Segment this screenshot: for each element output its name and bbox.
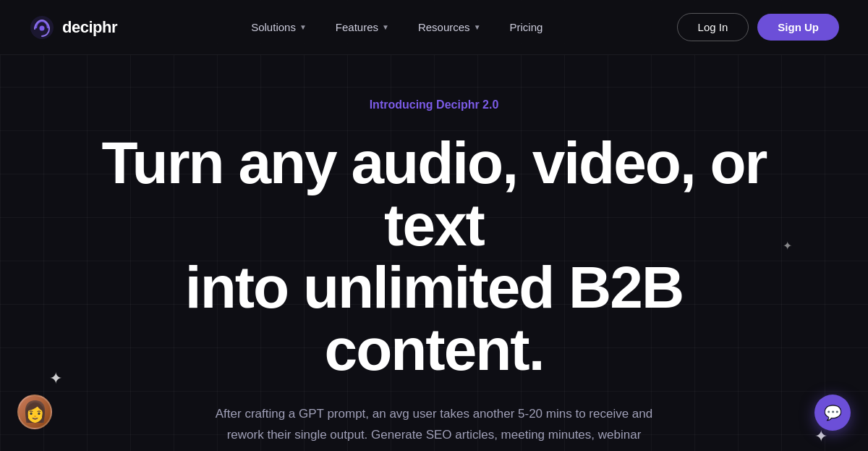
chevron-down-icon: ▼ [474, 23, 481, 31]
hero-tag: Introducing Deciphr 2.0 [370, 98, 499, 111]
navbar: deciphr Solutions ▼ Features ▼ Resources… [0, 0, 868, 55]
login-button[interactable]: Log In [677, 13, 749, 41]
nav-solutions[interactable]: Solutions ▼ [239, 15, 318, 39]
chevron-down-icon: ▼ [299, 23, 307, 31]
nav-links: Solutions ▼ Features ▼ Resources ▼ Prici… [239, 15, 554, 39]
svg-point-1 [40, 25, 45, 30]
nav-actions: Log In Sign Up [677, 13, 839, 41]
hero-subtitle: After crafting a GPT prompt, an avg user… [195, 404, 673, 451]
diamond-decoration-right: ✦ [814, 427, 827, 446]
hero-section: Introducing Deciphr 2.0 Turn any audio, … [0, 55, 868, 451]
logo[interactable]: deciphr [29, 14, 117, 41]
nav-resources[interactable]: Resources ▼ [407, 15, 493, 39]
nav-pricing[interactable]: Pricing [498, 15, 555, 39]
logo-text: deciphr [62, 18, 117, 37]
chat-button[interactable]: 💬 [814, 395, 851, 431]
diamond-decoration-left: ✦ [49, 369, 62, 388]
hero-title: Turn any audio, video, or text into unli… [72, 132, 796, 381]
avatar: 👩 [17, 395, 52, 429]
diamond-decoration-top-right: ✦ [783, 239, 792, 253]
avatar-image: 👩 [22, 402, 48, 422]
signup-button[interactable]: Sign Up [757, 14, 839, 41]
chat-icon: 💬 [824, 404, 842, 421]
chevron-down-icon: ▼ [382, 23, 389, 31]
logo-icon [29, 14, 55, 41]
nav-features[interactable]: Features ▼ [324, 15, 401, 39]
